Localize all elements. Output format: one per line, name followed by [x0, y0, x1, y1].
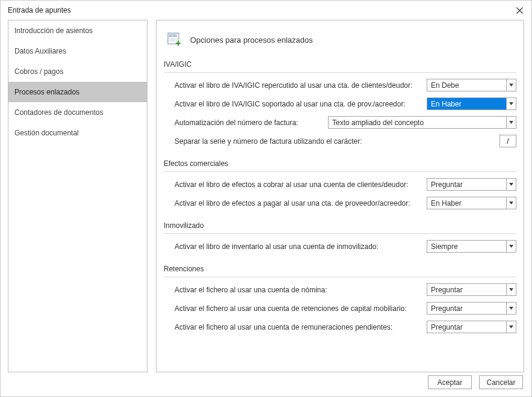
svg-marker-16 [509, 202, 513, 205]
svg-marker-15 [509, 183, 513, 186]
chevron-down-icon[interactable] [506, 283, 516, 296]
chevron-down-icon[interactable] [506, 240, 516, 253]
sidebar-item-introduccion[interactable]: Introducción de asientos [8, 20, 147, 41]
main-panel: D H Opciones para procesos enlazados IVA… [156, 20, 524, 372]
page-icon: D H [166, 31, 183, 48]
dropdown-ret-remuneraciones[interactable]: Preguntar [427, 321, 516, 333]
label-inmovilizado-inventario: Activar el libro de inventario al usar u… [175, 242, 379, 251]
dropdown-iva-repercutido[interactable]: En Debe [427, 79, 516, 91]
section-title-inmovilizado: Inmovilizado [164, 219, 516, 234]
label-efectos-pagar: Activar el libro de efectos a pagar al u… [175, 199, 410, 208]
label-iva-soportado: Activar el libro de IVA/IGIC soportado a… [175, 100, 406, 108]
label-ret-nomina: Activar el fichero al usar una cuenta de… [175, 286, 327, 294]
chevron-down-icon[interactable] [506, 321, 516, 333]
label-ret-capital: Activar el fichero al usar una cuenta de… [175, 304, 407, 313]
svg-marker-19 [509, 307, 513, 310]
svg-marker-13 [509, 102, 513, 105]
chevron-down-icon[interactable] [506, 116, 516, 129]
dropdown-ret-capital[interactable]: Preguntar [427, 302, 516, 315]
label-iva-repercutido: Activar el libro de IVA/IGIC repercutido… [175, 81, 412, 90]
dropdown-autonum-factura[interactable]: Texto ampliado del concepto [328, 116, 516, 129]
sidebar-item-cobros-pagos[interactable]: Cobros / pagos [8, 61, 147, 82]
dropdown-iva-soportado[interactable]: En Haber [427, 97, 516, 110]
window-title: Entrada de apuntes [8, 6, 71, 14]
dropdown-efectos-pagar[interactable]: En Haber [427, 197, 516, 209]
label-separar-serie: Separar la serie y número de factura uti… [175, 137, 362, 146]
chevron-down-icon[interactable] [506, 302, 516, 315]
page-title: Opciones para procesos enlazados [190, 35, 313, 45]
section-retenciones: Retenciones Activar el fichero al usar u… [164, 262, 516, 333]
svg-marker-18 [509, 288, 513, 291]
sidebar-item-gestion-documental[interactable]: Gestión documental [8, 123, 147, 143]
chevron-down-icon[interactable] [506, 178, 516, 191]
accept-button[interactable]: Aceptar [428, 375, 472, 389]
svg-marker-17 [509, 245, 513, 248]
title-bar: Entrada de apuntes [1, 1, 531, 20]
input-separar-caracter[interactable] [500, 135, 516, 147]
svg-marker-14 [509, 121, 513, 124]
section-inmovilizado: Inmovilizado Activar el libro de inventa… [164, 219, 516, 253]
section-title-iva: IVA/IGIC [164, 58, 516, 73]
svg-text:H: H [174, 34, 176, 37]
label-autonum-factura: Automatización del número de factura: [175, 118, 328, 127]
sidebar: Introducción de asientos Datos Auxiliare… [8, 20, 147, 372]
cancel-button[interactable]: Cancelar [479, 375, 523, 389]
sidebar-item-datos-auxiliares[interactable]: Datos Auxiliares [8, 41, 147, 61]
sidebar-item-contadores[interactable]: Contadores de documentos [8, 102, 147, 123]
chevron-down-icon[interactable] [506, 197, 516, 209]
sidebar-item-procesos-enlazados[interactable]: Procesos enlazados [8, 82, 147, 102]
chevron-down-icon[interactable] [506, 79, 516, 91]
dropdown-efectos-cobrar[interactable]: Preguntar [427, 178, 516, 191]
section-title-retenciones: Retenciones [164, 262, 516, 277]
label-ret-remuneraciones: Activar el fichero al usar una cuenta de… [175, 323, 392, 331]
dropdown-inventario[interactable]: Siempre [427, 240, 516, 253]
section-efectos: Efectos comerciales Activar el libro de … [164, 157, 516, 209]
dropdown-ret-nomina[interactable]: Preguntar [427, 283, 516, 296]
svg-marker-12 [509, 84, 513, 87]
svg-marker-20 [509, 325, 513, 328]
close-icon[interactable] [515, 5, 524, 15]
section-title-efectos: Efectos comerciales [164, 157, 516, 172]
dialog-footer: Aceptar Cancelar [428, 375, 523, 389]
section-iva: IVA/IGIC Activar el libro de IVA/IGIC re… [164, 58, 516, 147]
label-efectos-cobrar: Activar el libro de efectos a cobrar al … [175, 180, 408, 189]
svg-text:D: D [170, 34, 172, 37]
chevron-down-icon[interactable] [506, 97, 516, 110]
